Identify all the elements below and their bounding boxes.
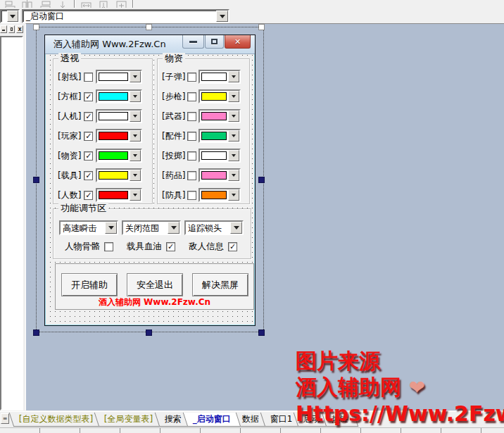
function-checkbox[interactable] — [104, 242, 113, 251]
color-combobox[interactable] — [199, 70, 241, 84]
check-label: 人物骨骼 — [65, 241, 100, 253]
tab-list-icon[interactable]: ≡ — [1, 413, 9, 424]
dialog-client-area: 透视 [射线] [方框]✓ [人机]✓ [玩家]✓ [物资]✓ [载具]✓ [人… — [46, 54, 254, 325]
safe-exit-button[interactable]: 安全退出 — [127, 273, 183, 296]
minimize-icon[interactable] — [182, 35, 204, 49]
dropdown-arrow-icon[interactable] — [130, 91, 141, 102]
same-size-icon[interactable] — [115, 0, 127, 8]
dropdown-arrow-icon[interactable] — [228, 130, 239, 142]
object-type-combobox[interactable] — [0, 9, 20, 23]
dropdown-arrow-icon[interactable] — [7, 11, 18, 22]
dialog-titlebar[interactable]: 酒入辅助网 Www.2Fzw.Cn ✕ — [45, 35, 255, 54]
align-left-icon[interactable] — [4, 0, 16, 8]
selection-handle-bottom-right[interactable] — [258, 330, 265, 336]
same-width-icon[interactable] — [80, 0, 92, 8]
tab-custom-datatype-table[interactable]: [自定义数据类型表] — [9, 413, 103, 427]
check-label: 载具血油 — [127, 241, 162, 253]
color-combobox[interactable] — [96, 89, 142, 103]
same-height-icon[interactable] — [98, 0, 110, 8]
selection-handle-top-left[interactable] — [33, 24, 39, 30]
row-checkbox[interactable] — [187, 92, 196, 101]
row-label: [人数] — [58, 189, 81, 201]
dropdown-arrow-icon[interactable] — [228, 170, 239, 181]
selection-handle-bottom-mid[interactable] — [146, 330, 152, 336]
dropdown-arrow-icon[interactable] — [216, 11, 228, 22]
dropdown-arrow-icon[interactable] — [130, 150, 141, 161]
fix-blackscreen-button[interactable]: 解决黑屏 — [192, 273, 248, 296]
align-right-icon[interactable] — [39, 0, 51, 8]
color-combobox[interactable] — [96, 129, 142, 143]
row-label: [物资] — [58, 150, 81, 162]
color-combobox[interactable] — [199, 109, 241, 123]
footer-label: 酒入辅助网 Www.2Fzw.Cn — [56, 296, 253, 308]
dropdown-arrow-icon[interactable] — [228, 91, 239, 102]
color-combobox[interactable] — [199, 149, 241, 163]
function-checkbox[interactable]: ✓ — [166, 242, 175, 251]
dropdown-arrow-icon[interactable] — [130, 189, 141, 201]
row-checkbox[interactable] — [187, 112, 196, 121]
restore-icon[interactable] — [205, 35, 224, 49]
minimize-icon[interactable] — [0, 25, 7, 33]
row-checkbox[interactable] — [187, 191, 196, 200]
form-designer-surface[interactable]: 酒入辅助网 Www.2Fzw.Cn ✕ 透视 [射线] [方框]✓ [人机]✓ … — [25, 23, 504, 410]
selection-handle-mid-left[interactable] — [33, 177, 39, 183]
groupbox-supplies: 物资 [子弹] [步枪] [武器] [配件] [投掷] [药品] [防具] — [157, 58, 250, 204]
color-combobox[interactable] — [96, 149, 142, 163]
selection-handle-bottom-left[interactable] — [33, 330, 39, 336]
row-checkbox[interactable] — [187, 132, 196, 141]
tab-startup-window[interactable]: _启动窗口 — [183, 413, 241, 427]
function-combobox[interactable]: 追踪锁头 — [184, 220, 244, 235]
dropdown-arrow-icon[interactable] — [228, 150, 239, 161]
color-combobox[interactable] — [199, 89, 241, 103]
dropdown-arrow-icon[interactable] — [228, 71, 239, 82]
selection-handle-top-right[interactable] — [258, 24, 265, 30]
maximize-icon[interactable] — [8, 25, 15, 33]
dropdown-arrow-icon[interactable] — [130, 71, 141, 82]
row-checkbox[interactable]: ✓ — [84, 191, 93, 200]
selection-handle-top-mid[interactable] — [146, 24, 152, 30]
function-combobox[interactable]: 关闭范围 — [122, 220, 181, 235]
dropdown-arrow-icon[interactable] — [105, 222, 117, 234]
start-assist-button[interactable]: 开启辅助 — [61, 273, 118, 296]
dropdown-arrow-icon[interactable] — [228, 111, 239, 122]
dropdown-arrow-icon[interactable] — [228, 189, 239, 201]
row-checkbox[interactable]: ✓ — [84, 171, 93, 180]
tab-global-variable-table[interactable]: [全局变量表] — [94, 413, 163, 427]
color-swatch — [201, 191, 227, 199]
color-swatch — [201, 73, 227, 81]
row-label: [配件] — [162, 130, 185, 142]
selection-handle-mid-right[interactable] — [258, 177, 265, 183]
color-combobox[interactable] — [96, 70, 142, 84]
row-checkbox[interactable]: ✓ — [84, 112, 93, 121]
function-combobox[interactable]: 高速瞬击 — [59, 220, 118, 235]
dropdown-arrow-icon[interactable] — [130, 111, 141, 122]
tab-hotkey[interactable]: 热键 — [322, 413, 358, 427]
bottom-tab-bar: ≡ [自定义数据类型表] [全局变量表] 搜索 _启动窗口 数据 窗口1 启动 … — [0, 411, 504, 427]
row-checkbox[interactable] — [84, 73, 93, 82]
window-selector-combobox[interactable]: _启动窗口 — [22, 9, 229, 23]
color-combobox[interactable] — [199, 129, 241, 143]
color-combobox[interactable] — [199, 188, 241, 202]
dropdown-arrow-icon[interactable] — [130, 130, 141, 142]
color-combobox[interactable] — [96, 168, 142, 182]
row-checkbox[interactable]: ✓ — [84, 151, 93, 161]
row-checkbox[interactable] — [187, 171, 196, 180]
row-checkbox[interactable]: ✓ — [84, 132, 93, 141]
color-combobox[interactable] — [96, 188, 142, 202]
row-checkbox[interactable]: ✓ — [84, 92, 93, 101]
close-icon[interactable]: x — [16, 25, 23, 33]
close-icon[interactable]: ✕ — [225, 35, 251, 49]
dropdown-arrow-icon[interactable] — [130, 170, 141, 181]
color-combobox[interactable] — [96, 109, 142, 123]
selector-row: _启动窗口 — [0, 8, 504, 24]
row-label: [人机] — [58, 111, 81, 123]
dropdown-arrow-icon[interactable] — [230, 222, 242, 234]
function-checkbox[interactable]: ✓ — [228, 242, 237, 251]
row-checkbox[interactable] — [187, 151, 196, 161]
align-vcenter-icon[interactable] — [22, 0, 34, 8]
designed-dialog[interactable]: 酒入辅助网 Www.2Fzw.Cn ✕ 透视 [射线] [方框]✓ [人机]✓ … — [44, 34, 256, 326]
dropdown-arrow-icon[interactable] — [168, 222, 179, 234]
color-combobox[interactable] — [199, 168, 241, 182]
align-bottom-icon[interactable] — [57, 0, 69, 8]
row-checkbox[interactable] — [187, 73, 196, 82]
